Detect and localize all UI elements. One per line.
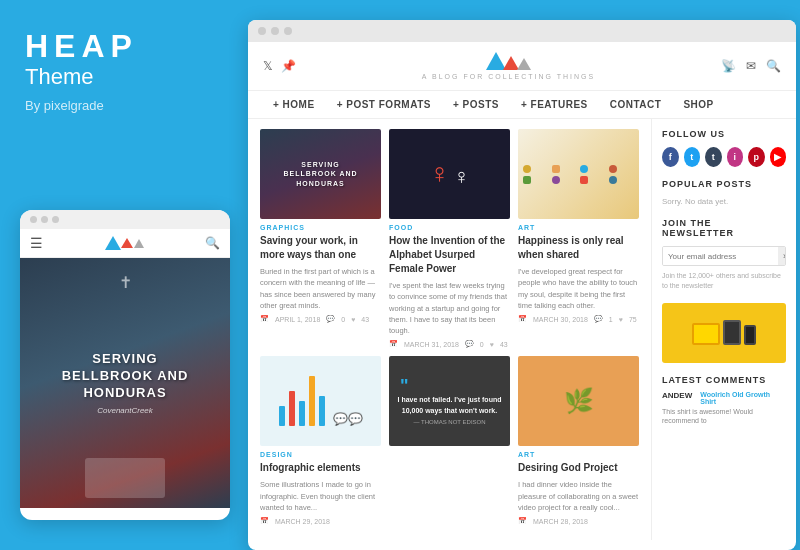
logo-tagline: A BLOG FOR COLLECTING THINGS — [422, 73, 595, 80]
post-2-title[interactable]: How the Invention of the Alphabet Usurpe… — [389, 234, 510, 276]
mobile-preview: ☰ 🔍 ✝ ServingBellbrook andHonduras Coven… — [20, 210, 230, 520]
bar-3 — [299, 401, 305, 426]
bar-1 — [279, 406, 285, 426]
comment-author-row: ANDEW Woolrich Old Growth Shirt — [662, 391, 786, 405]
newsletter-description: Join the 12,000+ others and subscribe to… — [662, 271, 786, 291]
heart-icon-3: ♥ — [619, 316, 623, 323]
nav-posts[interactable]: + POSTS — [443, 91, 509, 118]
blog-area: ServingBellbrook andHonduras GRAPHICS Sa… — [248, 119, 651, 540]
post-3-date: MARCH 30, 2018 — [533, 316, 588, 323]
post-1-meta: 📅 APRIL 1, 2018 💬 0 ♥ 43 — [260, 315, 381, 323]
left-panel: HEAP Theme By pixelgrade ☰ 🔍 ✝ ServingBe… — [0, 0, 240, 550]
nav-features[interactable]: + FEATURES — [511, 91, 598, 118]
calendar-icon-3: 📅 — [518, 315, 527, 323]
sidebar-follow-us: FOLLOW US f t t i p ▶ — [662, 129, 786, 167]
mobile-dot-3 — [52, 216, 59, 223]
pinterest-icon[interactable]: p — [748, 147, 765, 167]
comment-icon-2: 💬 — [465, 340, 474, 348]
site-header: 𝕏 📌 A BLOG FOR COLLECTING THINGS 📡 ✉ 🔍 — [248, 42, 796, 91]
nav-contact[interactable]: CONTACT — [600, 91, 672, 118]
post-image-alphabet[interactable]: ♀ ♀ — [389, 129, 510, 219]
logo-triangle-red — [121, 238, 133, 248]
blog-post-1: ServingBellbrook andHonduras GRAPHICS Sa… — [260, 129, 381, 348]
logo-triangle-gray — [134, 239, 144, 248]
phone-icon — [744, 325, 756, 345]
heap-title: HEAP — [25, 30, 215, 62]
post-3-title[interactable]: Happiness is only real when shared — [518, 234, 639, 262]
post-image-infographic[interactable]: 💬💬 — [260, 356, 381, 446]
instagram-icon[interactable]: i — [727, 147, 744, 167]
sidebar-popular-posts: POPULAR POSTS Sorry. No data yet. — [662, 179, 786, 206]
post-image-quote[interactable]: " I have not failed. I've just found 10,… — [389, 356, 510, 446]
facebook-icon[interactable]: f — [662, 147, 679, 167]
monitor-icon — [692, 323, 720, 345]
logo-triangles — [486, 52, 531, 70]
mobile-cross-icon: ✝ — [119, 273, 132, 292]
nav-home[interactable]: + HOME — [263, 91, 325, 118]
post-image-happiness[interactable] — [518, 129, 639, 219]
follow-us-title: FOLLOW US — [662, 129, 786, 139]
comment-text: This shirt is awesome! Would recommend t… — [662, 407, 786, 427]
post-1-title[interactable]: Saving your work, in more ways than one — [260, 234, 381, 262]
mobile-nav: ☰ 🔍 — [20, 229, 230, 258]
post-image-serving[interactable]: ServingBellbrook andHonduras — [260, 129, 381, 219]
logo-triangle-blue — [105, 236, 121, 250]
heart-icon: ♥ — [351, 316, 355, 323]
post-3-category: ART — [518, 224, 639, 231]
post-2-comments: 0 — [480, 341, 484, 348]
post-3-excerpt: I've developed great respect for people … — [518, 266, 639, 311]
post-6-date: MARCH 28, 2018 — [533, 518, 588, 525]
nav-post-formats[interactable]: + POST FORMATS — [327, 91, 441, 118]
post-4-title[interactable]: Infographic elements — [260, 461, 381, 475]
mobile-dots-bar — [20, 210, 230, 229]
post-2-date: MARCH 31, 2018 — [404, 341, 459, 348]
twitter-icon[interactable]: t — [684, 147, 701, 167]
email-icon[interactable]: ✉ — [746, 59, 756, 73]
browser-panel: 𝕏 📌 A BLOG FOR COLLECTING THINGS 📡 ✉ 🔍 +… — [248, 20, 796, 550]
blog-grid: ServingBellbrook andHonduras GRAPHICS Sa… — [260, 129, 639, 525]
post-4-category: DESIGN — [260, 451, 381, 458]
sidebar-promo — [662, 303, 786, 363]
promo-banner[interactable] — [662, 303, 786, 363]
heap-subtitle: Theme — [25, 64, 215, 90]
comment-post-link[interactable]: Woolrich Old Growth Shirt — [700, 391, 786, 405]
nav-shop[interactable]: SHOP — [673, 91, 723, 118]
pinterest-header-icon[interactable]: 📌 — [281, 59, 296, 73]
comment-icon: 💬 — [326, 315, 335, 323]
bar-4 — [309, 376, 315, 426]
post-6-meta: 📅 MARCH 28, 2018 — [518, 517, 639, 525]
browser-dots-bar — [248, 20, 796, 42]
tumblr-icon[interactable]: t — [705, 147, 722, 167]
main-content: ServingBellbrook andHonduras GRAPHICS Sa… — [248, 119, 796, 540]
mobile-dot-2 — [41, 216, 48, 223]
mobile-logo — [105, 236, 144, 250]
mobile-search-icon[interactable]: 🔍 — [205, 236, 220, 250]
youtube-icon[interactable]: ▶ — [770, 147, 787, 167]
blog-post-6: 🌿 ART Desiring God Project I had dinner … — [518, 356, 639, 525]
search-icon[interactable]: 🔍 — [766, 59, 781, 73]
post-3-comments: 1 — [609, 316, 613, 323]
post-1-comments: 0 — [341, 316, 345, 323]
post-6-excerpt: I had dinner video inside the pleasure o… — [518, 479, 639, 513]
twitter-header-icon[interactable]: 𝕏 — [263, 59, 273, 73]
post-image-desiring[interactable]: 🌿 — [518, 356, 639, 446]
newsletter-input[interactable] — [663, 247, 778, 265]
comment-author-name: ANDEW — [662, 391, 692, 405]
logo-t3 — [517, 58, 531, 70]
rss-icon[interactable]: 📡 — [721, 59, 736, 73]
newsletter-title: JOIN THE NEWSLETTER — [662, 218, 786, 238]
popular-posts-empty: Sorry. No data yet. — [662, 197, 786, 206]
post-2-category: FOOD — [389, 224, 510, 231]
post-6-title[interactable]: Desiring God Project — [518, 461, 639, 475]
blog-post-3: ART Happiness is only real when shared I… — [518, 129, 639, 348]
browser-dot-3 — [284, 27, 292, 35]
bar-5 — [319, 396, 325, 426]
calendar-icon-6: 📅 — [518, 517, 527, 525]
newsletter-submit[interactable]: › — [778, 247, 786, 265]
hamburger-icon[interactable]: ☰ — [30, 235, 43, 251]
quote-attribution: — THOMAS NOT EDISON — [413, 419, 485, 425]
blog-post-5: " I have not failed. I've just found 10,… — [389, 356, 510, 525]
post-6-category: ART — [518, 451, 639, 458]
chat-bubbles-icon: 💬💬 — [333, 412, 363, 426]
quote-mark: " — [400, 377, 409, 395]
